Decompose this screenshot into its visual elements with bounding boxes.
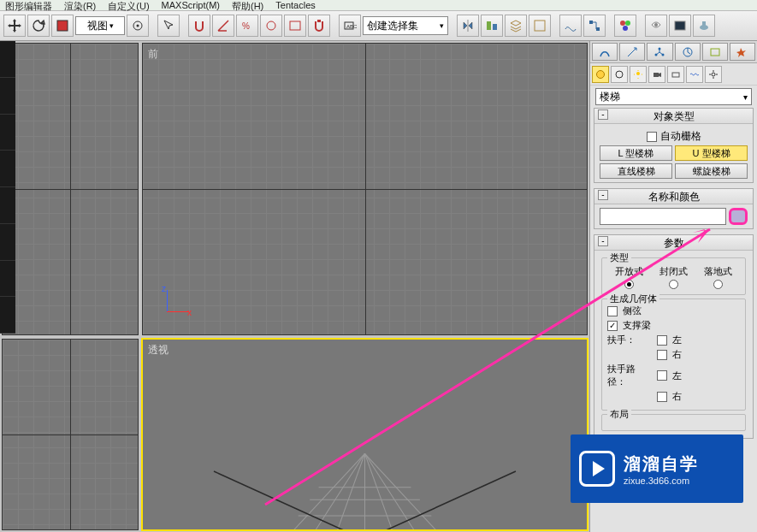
group-gen-label: 生成几何体 [607,293,659,305]
object-color-swatch[interactable] [729,208,748,225]
type-box-radio[interactable] [713,280,723,289]
viewport-bottom-left[interactable] [2,339,139,530]
svg-point-15 [625,21,630,26]
right-label: 右 [672,348,682,361]
rollout-header-name-color[interactable]: - 名称和颜色 [594,189,753,204]
rollout-header-object-type[interactable]: - 对象类型 [594,109,753,124]
type-closed-radio[interactable] [669,280,678,289]
render-production-icon[interactable] [693,15,715,37]
cat-shapes-icon[interactable] [611,66,628,83]
svg-rect-10 [493,24,497,30]
svg-rect-12 [589,21,593,24]
tab-display-icon[interactable] [702,43,728,61]
group-layout-label: 布局 [607,408,631,421]
named-selection-dropdown[interactable]: 创建选择集 [363,16,448,35]
cat-spacewarps-icon[interactable] [686,66,703,83]
spiral-stair-button[interactable]: 螺旋楼梯 [675,163,748,179]
viewport-top-left[interactable] [2,43,139,335]
cat-cameras-icon[interactable] [648,66,665,83]
angle-snap-icon[interactable] [212,15,234,37]
carriage-label: 支撑梁 [623,319,651,332]
material-editor-icon[interactable] [614,15,636,37]
stringers-checkbox[interactable] [607,306,618,316]
u-stair-button[interactable]: U 型楼梯 [675,145,748,161]
svg-point-42 [616,71,623,78]
autogrid-checkbox[interactable] [647,132,657,142]
named-sel-set-icon[interactable]: ABC [339,15,361,37]
main-toolbar: 视图 % ABC 创建选择集 [0,10,757,41]
rendered-frame-icon[interactable] [669,15,691,37]
snap-options-icon[interactable] [308,15,330,37]
viewport-front[interactable]: 前 z x [142,43,588,335]
rollout-parameters: - 参数 类型 开放式 封闭式 落地式 生成几何体 侧弦 支撑 [594,234,754,439]
schematic-view-icon[interactable] [583,15,606,37]
handrail-left-checkbox[interactable] [657,335,667,346]
group-type: 类型 开放式 封闭式 落地式 [601,257,746,295]
watermark-title: 溜溜自学 [624,452,699,476]
cat-geometry-icon[interactable] [592,66,609,83]
menu-help[interactable]: 帮助(H) [232,0,263,13]
axis-gizmo-icon: z x [162,283,196,317]
tab-motion-icon[interactable] [675,43,701,61]
move-tool-icon[interactable] [3,15,26,37]
svg-point-2 [137,25,139,27]
cat-systems-icon[interactable] [705,66,722,83]
spinner-snap-icon[interactable] [260,15,282,37]
viewport-perspective[interactable]: 透视 [142,339,588,530]
menu-render[interactable]: 渲染(R) [64,0,96,13]
carriage-checkbox[interactable] [607,321,618,331]
menu-customize[interactable]: 自定义(U) [108,0,149,13]
railpath-right-checkbox[interactable] [657,392,667,402]
tab-utilities-icon[interactable] [730,43,755,61]
svg-rect-0 [57,21,68,31]
tab-hierarchy-icon[interactable] [647,43,672,61]
layers-icon[interactable] [505,15,527,37]
stringers-label: 侧弦 [623,304,642,317]
cat외-icon[interactable] [667,66,684,83]
svg-point-16 [623,26,628,31]
render-setup-icon[interactable] [645,15,667,37]
tab-create-icon[interactable] [592,43,618,61]
mirror-icon[interactable] [457,15,479,37]
minus-icon: - [598,190,608,200]
svg-line-35 [214,471,507,530]
railpath-label: 扶手路径： [607,363,652,388]
type-closed-label: 封闭式 [652,265,695,278]
align-icon[interactable] [481,15,503,37]
rotate-tool-icon[interactable] [27,15,50,37]
curve-editor-icon[interactable] [559,15,582,37]
rollout-name-color: - 名称和颜色 [594,188,754,229]
edit-named-sel-icon[interactable] [284,15,306,37]
menu-graph-editor[interactable]: 图形编辑器 [5,0,52,13]
handrail-label: 扶手： [607,334,652,346]
command-panel-tabs [590,41,757,63]
tab-modify-icon[interactable] [619,43,645,61]
rollout-header-parameters[interactable]: - 参数 [594,235,753,251]
svg-text:ABC: ABC [346,24,357,29]
menu-tentacles[interactable]: Tentacles [275,0,315,10]
menu-maxscript[interactable]: MAXScript(M) [162,0,220,10]
cat-lights-icon[interactable] [630,66,647,83]
snap-toggle-icon[interactable] [188,15,210,37]
svg-line-29 [321,453,365,530]
svg-point-41 [597,70,605,78]
ref-coord-dropdown[interactable]: 视图 [75,16,125,35]
select-manip-icon[interactable] [157,15,180,37]
viewport-front-label: 前 [148,47,158,62]
straight-stair-button[interactable]: 直线楼梯 [600,163,672,179]
menu-bar: 图形编辑器 渲染(R) 自定义(U) MAXScript(M) 帮助(H) Te… [0,0,757,10]
percent-snap-icon[interactable]: % [236,15,258,37]
railpath-left-checkbox[interactable] [657,370,667,381]
layer-manager-icon[interactable] [529,15,551,37]
type-open-radio[interactable] [624,280,634,289]
object-name-input[interactable] [600,208,726,225]
svg-rect-11 [535,21,545,31]
handrail-right-checkbox[interactable] [657,350,667,360]
svg-rect-9 [487,21,491,30]
type-open-label: 开放式 [607,265,651,278]
l-stair-button[interactable]: L 型楼梯 [600,145,672,161]
scale-tool-icon[interactable] [51,15,74,37]
svg-line-27 [250,453,365,530]
use-pivot-icon[interactable] [127,15,149,37]
subcategory-dropdown[interactable]: 楼梯 [595,88,752,105]
